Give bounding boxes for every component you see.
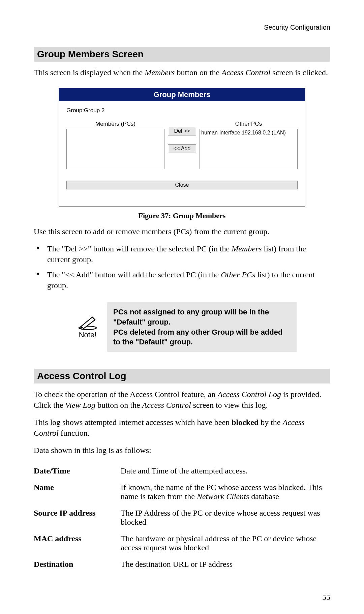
- term: Source IP address: [34, 506, 121, 531]
- page: Security Configuration Group Members Scr…: [0, 0, 364, 614]
- definition: The destination URL or IP address: [121, 557, 330, 574]
- header-top-label: Security Configuration: [34, 24, 330, 31]
- dialog-lists-row: Members (PCs) Del >> << Add Other PCs hu…: [66, 121, 298, 169]
- text: This log shows attempted Internet access…: [34, 418, 232, 427]
- section1-intro: This screen is displayed when the Member…: [34, 67, 330, 78]
- text: Group:: [66, 107, 84, 114]
- bullet-list: The "Del >>" button will remove the sele…: [34, 243, 330, 291]
- section-title-group-members: Group Members Screen: [34, 47, 330, 62]
- add-button[interactable]: << Add: [168, 144, 196, 153]
- text: To check the operation of the Access Con…: [34, 390, 217, 399]
- text: button on the: [175, 68, 222, 77]
- note-text: PCs not assigned to any group will be in…: [107, 302, 297, 352]
- text: screen is clicked.: [270, 68, 328, 77]
- others-listbox[interactable]: human-interface 192.168.0.2 (LAN): [200, 129, 298, 169]
- section2-p2: This log shows attempted Internet access…: [34, 417, 330, 439]
- definitions-table: Date/Time Date and Time of the attempted…: [34, 464, 330, 574]
- dialog-title: Group Members: [59, 88, 305, 101]
- dialog-group-line: Group:Group 2: [66, 107, 298, 114]
- dialog-close-row: Close: [66, 181, 298, 189]
- text: The "Del >>" button will remove the sele…: [47, 244, 232, 253]
- text-em: Members: [145, 68, 175, 77]
- definition: Date and Time of the attempted access.: [121, 464, 330, 480]
- figure-caption: Figure 37: Group Members: [34, 211, 330, 220]
- term: Name: [34, 480, 121, 506]
- text: PCs deleted from any other Group will be…: [113, 328, 282, 346]
- table-row: Destination The destination URL or IP ad…: [34, 557, 330, 574]
- list-item: The "Del >>" button will remove the sele…: [34, 243, 330, 265]
- text-em: View Log: [65, 401, 95, 409]
- text-em: Access Control: [142, 401, 191, 409]
- note-box: Note! PCs not assigned to any group will…: [74, 302, 297, 352]
- definition: If known, the name of the PC whose acces…: [121, 480, 330, 506]
- group-members-dialog: Group Members Group:Group 2 Members (PCs…: [59, 88, 305, 207]
- text: database: [249, 492, 279, 501]
- text-em: Members: [232, 244, 262, 253]
- members-column: Members (PCs): [66, 121, 164, 169]
- text-em: Access Control: [221, 68, 270, 77]
- del-button[interactable]: Del >>: [168, 127, 196, 135]
- page-number: 55: [322, 593, 330, 602]
- note-icon: Note!: [74, 315, 101, 339]
- after-figure-text: Use this screen to add or remove members…: [34, 226, 330, 237]
- table-row: Source IP address The IP Address of the …: [34, 506, 330, 531]
- text: This screen is displayed when the: [34, 68, 145, 77]
- definition: The hardware or physical address of the …: [121, 531, 330, 557]
- text: Group 2: [84, 107, 104, 114]
- table-row: Name If known, the name of the PC whose …: [34, 480, 330, 506]
- section2-p1: To check the operation of the Access Con…: [34, 389, 330, 411]
- list-item: The "<< Add" button will add the selecte…: [34, 269, 330, 291]
- text: by the: [259, 418, 282, 427]
- definition: The IP Address of the PC or device whose…: [121, 506, 330, 531]
- term: Date/Time: [34, 464, 121, 480]
- term: MAC address: [34, 531, 121, 557]
- text: PCs not assigned to any group will be in…: [113, 308, 269, 326]
- text-bold: blocked: [232, 418, 259, 427]
- text-em: Other PCs: [221, 270, 255, 279]
- text: screen to view this log.: [191, 401, 268, 409]
- text: function.: [59, 429, 90, 437]
- section-title-access-log: Access Control Log: [34, 369, 330, 383]
- note-icon-label: Note!: [74, 331, 101, 339]
- dialog-body: Group:Group 2 Members (PCs) Del >> << Ad…: [59, 101, 305, 206]
- text: The "<< Add" button will add the selecte…: [47, 270, 221, 279]
- table-row: MAC address The hardware or physical add…: [34, 531, 330, 557]
- text: button on the: [95, 401, 142, 409]
- members-header: Members (PCs): [66, 121, 164, 127]
- dialog-mid-buttons: Del >> << Add: [169, 121, 195, 153]
- others-column: Other PCs human-interface 192.168.0.2 (L…: [200, 121, 298, 169]
- term: Destination: [34, 557, 121, 574]
- pen-icon: [77, 315, 98, 330]
- text-em: Access Control Log: [217, 390, 281, 399]
- others-header: Other PCs: [200, 121, 298, 127]
- list-item[interactable]: human-interface 192.168.0.2 (LAN): [201, 130, 286, 135]
- members-listbox[interactable]: [66, 129, 164, 169]
- text-em: Network Clients: [197, 492, 249, 501]
- table-row: Date/Time Date and Time of the attempted…: [34, 464, 330, 480]
- section2-p3: Data shown in this log is as follows:: [34, 445, 330, 456]
- close-button[interactable]: Close: [66, 181, 298, 189]
